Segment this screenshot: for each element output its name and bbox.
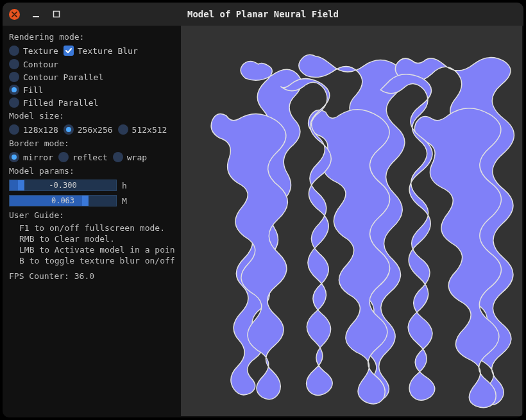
size-option-128[interactable]: 128x128	[9, 124, 58, 135]
neural-field-visualization	[181, 26, 522, 416]
rendering-row-1: Texture Texture Blur	[9, 44, 174, 57]
option-label: Texture	[23, 46, 58, 56]
simulation-canvas[interactable]	[181, 26, 522, 416]
guide-item: RMB to Clear model.	[19, 233, 174, 244]
rendering-option-contour[interactable]: Contour	[9, 58, 174, 70]
radio-icon	[9, 124, 19, 135]
option-label: mirror	[23, 153, 53, 162]
option-label: Texture Blur	[78, 46, 138, 56]
svg-rect-1	[54, 12, 60, 17]
radio-icon	[113, 152, 123, 162]
window-title: Model of Planar Neural Field	[3, 9, 523, 19]
close-icon[interactable]	[9, 9, 20, 20]
option-label: Contour Parallel	[23, 72, 103, 82]
slider-h-label: h	[122, 181, 132, 190]
radio-icon	[9, 152, 19, 162]
user-guide-list: F1 to on/off fullscreen mode. RMB to Cle…	[9, 223, 174, 266]
slider-m-value: 0.063	[10, 196, 116, 206]
option-label: 128x128	[23, 125, 58, 135]
guide-item: B to toggle texture blur on/off	[19, 255, 174, 266]
slider-h-value: -0.300	[10, 180, 116, 190]
fps-counter: FPS Counter: 36.0	[9, 271, 174, 281]
option-label: Fill	[23, 85, 43, 95]
content-area: Rendering mode: Texture Texture Blur Con…	[3, 26, 523, 417]
radio-icon	[58, 152, 69, 162]
option-label: reflect	[72, 153, 108, 162]
guide-item: F1 to on/off fullscreen mode.	[19, 223, 174, 233]
app-window: Model of Planar Neural Field Rendering m…	[3, 3, 523, 417]
border-option-wrap[interactable]: wrap	[113, 151, 147, 163]
sidebar: Rendering mode: Texture Texture Blur Con…	[3, 26, 181, 417]
border-option-reflect[interactable]: reflect	[58, 151, 108, 163]
rendering-mode-label: Rendering mode:	[9, 32, 174, 42]
option-label: 256x256	[78, 125, 113, 135]
option-label: wrap	[127, 153, 147, 162]
radio-icon	[9, 59, 19, 69]
radio-icon	[9, 46, 19, 56]
slider-h-row: -0.300 h	[9, 180, 174, 191]
radio-icon	[9, 72, 19, 82]
radio-icon	[9, 97, 19, 108]
slider-h[interactable]: -0.300	[9, 180, 117, 191]
rendering-option-texture-blur[interactable]: Texture Blur	[64, 45, 138, 56]
border-option-mirror[interactable]: mirror	[9, 151, 53, 163]
model-size-row: 128x128 256x256 512x512	[9, 123, 174, 136]
checkbox-icon	[64, 46, 74, 56]
radio-icon	[9, 85, 19, 95]
minimize-icon[interactable]	[31, 10, 40, 19]
model-params-label: Model params:	[9, 166, 174, 176]
titlebar[interactable]: Model of Planar Neural Field	[3, 3, 523, 26]
size-option-512[interactable]: 512x512	[118, 124, 167, 135]
option-label: Contour	[23, 60, 58, 69]
rendering-option-filled-parallel[interactable]: Filled Parallel	[9, 97, 174, 108]
user-guide-label: User Guide:	[9, 210, 174, 220]
radio-icon	[64, 124, 74, 135]
model-size-label: Model size:	[9, 111, 174, 121]
guide-item: LMB to Activate model in a poin	[19, 244, 174, 255]
border-mode-label: Border mode:	[9, 139, 174, 148]
rendering-option-texture[interactable]: Texture	[9, 45, 58, 56]
titlebar-buttons	[3, 9, 61, 20]
fps-value: 36.0	[74, 271, 94, 281]
slider-m-label: M	[122, 196, 132, 206]
rendering-option-contour-parallel[interactable]: Contour Parallel	[9, 71, 174, 83]
fps-label: FPS Counter:	[9, 271, 74, 281]
slider-m[interactable]: 0.063	[9, 195, 117, 206]
option-label: Filled Parallel	[23, 98, 98, 108]
slider-m-row: 0.063 M	[9, 195, 174, 206]
maximize-icon[interactable]	[52, 10, 61, 19]
option-label: 512x512	[132, 125, 167, 135]
size-option-256[interactable]: 256x256	[64, 124, 113, 135]
svg-rect-0	[33, 16, 39, 17]
radio-icon	[118, 124, 128, 135]
border-mode-row: mirror reflect wrap	[9, 151, 174, 164]
rendering-option-fill[interactable]: Fill	[9, 84, 174, 96]
